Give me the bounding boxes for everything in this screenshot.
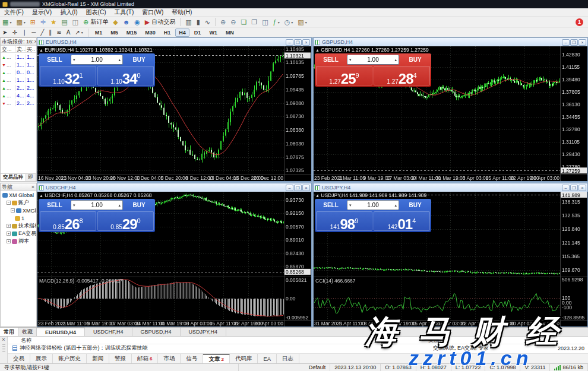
strategy-tester-toggle[interactable]: ◫ — [71, 17, 80, 27]
minimize-button[interactable]: – — [286, 39, 293, 46]
minimize-button[interactable]: – — [562, 185, 570, 191]
lot-increase-icon[interactable]: ▴ — [393, 58, 399, 62]
crosshair-tool[interactable]: ✛ — [10, 28, 18, 37]
close-icon[interactable]: × — [34, 39, 36, 45]
indicators-button[interactable]: ƒ▾ — [271, 17, 282, 27]
community-button[interactable]: ◉ — [132, 17, 142, 27]
menu-item-2[interactable]: 插入(I) — [56, 8, 81, 17]
lot-decrease-icon[interactable]: ▾ — [71, 58, 77, 62]
restore-button[interactable]: ❐ — [294, 185, 302, 191]
lot-size-field[interactable]: ▾ 1.00 ▴ — [71, 200, 123, 210]
timeframe-d1[interactable]: D1 — [191, 28, 205, 37]
zoom-in-button[interactable]: ⊕ — [219, 17, 227, 27]
lot-size-field[interactable]: ▾ 1.00 ▴ — [347, 55, 399, 65]
buy-price[interactable]: 142014 — [374, 211, 430, 231]
lot-increase-icon[interactable]: ▴ — [116, 58, 122, 62]
market-watch-row[interactable]: ▼...2...2... — [1, 99, 36, 107]
chart-window-titlebar[interactable]: USDCHF,H4 – ❐ × — [37, 183, 311, 192]
terminal-tab-警报[interactable]: 警报 — [109, 354, 132, 363]
navigator-item[interactable]: +脚本 — [1, 237, 36, 245]
market-watch-row[interactable]: ▲...1...1... — [1, 76, 36, 84]
sell-button[interactable]: SELL — [40, 55, 69, 65]
lot-value[interactable]: 1.00 — [77, 56, 117, 63]
autotrading-toggle[interactable]: ▶自动交易 — [143, 17, 177, 27]
terminal-tab-交易[interactable]: 交易 — [8, 354, 30, 363]
minimize-button[interactable]: – — [286, 185, 293, 191]
line-chart-button[interactable]: ∿ — [203, 17, 212, 27]
candlestick-chart-button[interactable]: ▮ — [195, 17, 202, 27]
market-watch-toggle[interactable]: ⊞ — [29, 17, 37, 27]
column-symbol[interactable]: 交... — [1, 46, 16, 52]
drag-handle[interactable] — [2, 344, 5, 353]
buy-button[interactable]: BUY — [400, 200, 430, 210]
terminal-tab-展示[interactable]: 展示 — [30, 354, 53, 363]
sell-price[interactable]: 1.27259 — [316, 66, 372, 85]
navigator-item[interactable]: −XMGlobal-Real 15 — [1, 207, 36, 214]
navigator-item[interactable]: XM Global — [1, 191, 36, 199]
market-watch-row[interactable]: ▲...2...2... — [1, 84, 36, 91]
navigator-tab-1[interactable]: 收藏 — [18, 328, 37, 336]
terminal-tab-代码库[interactable]: 代码库 — [230, 354, 258, 363]
trendline-tool[interactable]: ╱ — [39, 28, 46, 37]
timeframe-w1[interactable]: W1 — [206, 28, 221, 37]
chart-window-titlebar[interactable]: USDJPY,H4 – ❐ × — [314, 183, 587, 192]
navigator-item[interactable]: +技术指标 — [1, 222, 36, 230]
market-watch-tab-0[interactable]: 交易品种 — [1, 174, 26, 181]
timeframe-h1[interactable]: H1 — [160, 28, 175, 37]
close-button[interactable]: × — [578, 39, 586, 46]
menu-item-1[interactable]: 显示(V) — [28, 8, 56, 17]
buy-button[interactable]: BUY — [400, 55, 430, 65]
restore-button[interactable]: ❐ — [570, 39, 578, 46]
menu-item-3[interactable]: 图表(C) — [82, 8, 110, 17]
timeframe-m1[interactable]: M1 — [91, 28, 106, 37]
tree-toggle-icon[interactable]: − — [7, 201, 11, 205]
navigator-item[interactable]: 1 — [1, 214, 36, 222]
sell-button[interactable]: SELL — [316, 55, 346, 65]
menu-item-5[interactable]: 窗口(W) — [138, 8, 167, 17]
close-button[interactable]: × — [302, 185, 310, 191]
arrange-windows-button[interactable]: ◫ — [260, 17, 270, 27]
data-window-toggle[interactable]: ✛ — [39, 17, 48, 27]
sell-button[interactable]: SELL — [316, 200, 346, 210]
buy-button[interactable]: BUY — [124, 200, 154, 210]
chart-tab-gbpusd-h4[interactable]: GBPUSD,H4 — [132, 328, 181, 336]
navigator-item[interactable]: −账户 — [1, 199, 36, 207]
market-watch-row[interactable]: ▲...0...0... — [1, 68, 36, 76]
new-order-button[interactable]: ⊕新订单 — [81, 17, 110, 27]
lot-increase-icon[interactable]: ▴ — [393, 203, 399, 208]
restore-button[interactable]: ❐ — [294, 39, 302, 46]
tree-toggle-icon[interactable]: − — [11, 208, 15, 213]
arrows-tool[interactable]: ↗▾ — [73, 28, 84, 37]
minimize-button[interactable]: – — [562, 39, 570, 46]
menu-item-0[interactable]: 文件(F) — [0, 8, 28, 17]
sell-price[interactable]: 0.85268 — [40, 211, 96, 231]
close-button[interactable]: × — [578, 185, 586, 191]
chart-tab-usdchf-h4[interactable]: USDCHF,H4 — [85, 328, 132, 336]
status-profile[interactable]: Default — [305, 364, 331, 371]
experts-button[interactable]: ☻ — [121, 17, 132, 27]
buy-price[interactable]: 1.27284 — [374, 66, 430, 85]
sell-price[interactable]: 141989 — [316, 211, 372, 231]
market-watch-row[interactable]: ▲...4...4... — [1, 91, 36, 99]
terminal-tab-邮箱[interactable]: 邮箱6 — [132, 354, 158, 363]
tree-toggle-icon[interactable]: + — [7, 239, 11, 243]
lot-decrease-icon[interactable]: ▾ — [71, 203, 77, 208]
timeframe-m15[interactable]: M15 — [123, 28, 141, 37]
navigator-tab-0[interactable]: 常用 — [0, 328, 18, 336]
terminal-tab-文章[interactable]: 文章2 — [203, 354, 229, 363]
market-watch-row[interactable]: ▼...1...1... — [1, 61, 36, 68]
bar-chart-button[interactable]: ▥ — [184, 17, 193, 27]
tree-toggle-icon[interactable]: + — [7, 232, 11, 236]
market-watch-row[interactable]: ▲...1...1... — [1, 53, 36, 61]
sell-price[interactable]: 1.10321 — [40, 66, 96, 85]
horizontal-line-tool[interactable]: ─ — [30, 28, 37, 37]
terminal-toggle[interactable]: ▤ — [59, 17, 69, 27]
cascade-windows-button[interactable]: ❐ — [249, 17, 259, 27]
tile-windows-button[interactable]: ❏ — [239, 17, 248, 27]
timeframe-m5[interactable]: M5 — [107, 28, 122, 37]
chart-window-titlebar[interactable]: EURUSD,H4 – ❐ × — [37, 38, 311, 46]
timeframe-mn[interactable]: MN — [222, 28, 238, 37]
text-tool[interactable]: A — [65, 28, 72, 37]
metaeditor-button[interactable]: ◆ — [111, 17, 119, 27]
profiles-button[interactable]: ▩▾ — [14, 17, 27, 27]
